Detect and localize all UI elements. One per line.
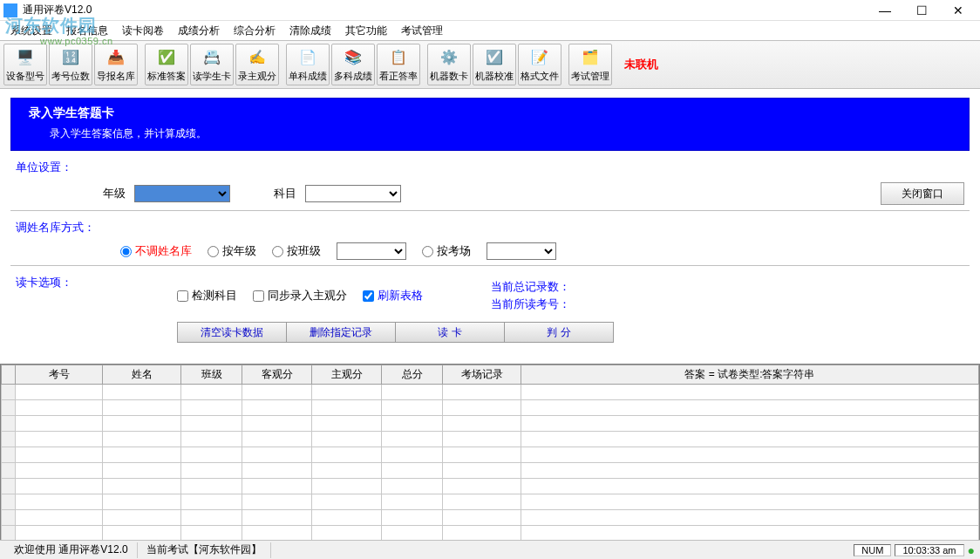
- menu-score-analysis[interactable]: 成绩分析: [171, 22, 227, 40]
- table-row[interactable]: [2, 416, 979, 432]
- menu-exam-manage[interactable]: 考试管理: [394, 22, 450, 40]
- table-row[interactable]: [2, 432, 979, 447]
- col-class[interactable]: 班级: [181, 365, 242, 385]
- col-name[interactable]: 姓名: [103, 365, 181, 385]
- radio-by-grade[interactable]: 按年级: [208, 243, 256, 259]
- table-row[interactable]: [2, 494, 979, 510]
- room-select[interactable]: [487, 242, 556, 260]
- col-subjective[interactable]: 主观分: [312, 365, 382, 385]
- menu-comprehensive[interactable]: 综合分析: [227, 22, 282, 40]
- check-sync-subjective[interactable]: 同步录入主观分: [253, 288, 347, 303]
- table-row[interactable]: [2, 526, 979, 542]
- table-row[interactable]: [2, 447, 979, 463]
- app-icon: [3, 3, 17, 17]
- unit-settings-label: 单位设置：: [16, 160, 72, 174]
- tool-read-student-card[interactable]: 📇读学生卡: [190, 44, 234, 85]
- delete-record-button[interactable]: 删除指定记录: [286, 322, 396, 343]
- menu-registration[interactable]: 报名信息: [59, 22, 115, 40]
- minimize-button[interactable]: —: [867, 1, 903, 20]
- table-row[interactable]: [2, 463, 979, 479]
- grid-corner: [2, 365, 16, 385]
- calibrate-icon: ☑️: [484, 47, 505, 68]
- menu-system-settings[interactable]: 系统设置: [3, 22, 59, 40]
- tool-multi-score[interactable]: 📚多科成绩: [331, 44, 375, 85]
- answer-icon: ✅: [156, 47, 177, 68]
- tool-import-namelib[interactable]: 📥导报名库: [94, 44, 138, 85]
- table-row[interactable]: [2, 479, 979, 494]
- radio-by-room[interactable]: 按考场: [422, 243, 471, 259]
- radio-no-lookup[interactable]: 不调姓名库: [120, 243, 192, 259]
- grade-select[interactable]: [134, 185, 230, 202]
- title-bar: 通用评卷V12.0 — ☐ ✕: [0, 0, 980, 21]
- status-welcome: 欢迎使用 通用评卷V12.0: [5, 542, 138, 558]
- tool-enter-subjective[interactable]: ✍️录主观分: [235, 44, 279, 85]
- unit-settings-section: 单位设置： 年级 科目 关闭窗口: [10, 151, 970, 211]
- grade-label: 年级: [103, 186, 126, 201]
- menu-bar: 系统设置 报名信息 读卡阅卷 成绩分析 综合分析 清除成绩 其它功能 考试管理: [0, 21, 980, 40]
- namelib-section: 调姓名库方式： 不调姓名库 按年级 按班级 按考场: [10, 211, 970, 266]
- exam-manage-icon: 🗂️: [580, 47, 601, 68]
- radio-by-class[interactable]: 按班级: [272, 243, 321, 259]
- digits-icon: 🔢: [60, 47, 81, 68]
- readcard-section: 读卡选项： 检测科目 同步录入主观分 刷新表格 当前总记录数： 当前所读考号： …: [10, 266, 970, 348]
- window-title: 通用评卷V12.0: [23, 3, 867, 17]
- subject-select[interactable]: [305, 185, 401, 202]
- check-detect-subject[interactable]: 检测科目: [177, 288, 237, 303]
- status-time: 10:03:33 am: [895, 544, 963, 556]
- menu-card-reading[interactable]: 读卡阅卷: [115, 22, 171, 40]
- close-window-button[interactable]: 关闭窗口: [881, 182, 964, 205]
- readcard-label: 读卡选项：: [16, 275, 72, 290]
- tool-device-model[interactable]: 🖥️设备型号: [3, 44, 47, 85]
- data-grid[interactable]: 考号 姓名 班级 客观分 主观分 总分 考场记录 答案 = 试卷类型:答案字符串: [0, 364, 980, 545]
- col-room-record[interactable]: 考场记录: [443, 365, 521, 385]
- machine-icon: ⚙️: [439, 47, 459, 68]
- grid-header-row: 考号 姓名 班级 客观分 主观分 总分 考场记录 答案 = 试卷类型:答案字符串: [2, 365, 979, 385]
- current-examno-label: 当前所读考号：: [491, 296, 570, 313]
- tool-machine-count[interactable]: ⚙️机器数卡: [427, 44, 471, 85]
- tool-format-file[interactable]: 📝格式文件: [518, 44, 561, 85]
- col-total[interactable]: 总分: [382, 365, 443, 385]
- tool-exam-manage[interactable]: 🗂️考试管理: [568, 44, 612, 85]
- device-icon: 🖥️: [15, 47, 36, 68]
- read-card-button[interactable]: 读 卡: [395, 322, 505, 343]
- status-current-exam: 当前考试【河东软件园】: [138, 542, 271, 558]
- total-records-label: 当前总记录数：: [491, 278, 570, 296]
- close-button[interactable]: ✕: [940, 1, 977, 20]
- rate-icon: 📋: [388, 47, 409, 68]
- col-answer[interactable]: 答案 = 试卷类型:答案字符串: [521, 365, 979, 385]
- menu-clear-scores[interactable]: 清除成绩: [282, 22, 338, 40]
- page-banner: 录入学生答题卡 录入学生答案信息，并计算成绩。: [10, 98, 970, 151]
- toolbar: 🖥️设备型号 🔢考号位数 📥导报名库 ✅标准答案 📇读学生卡 ✍️录主观分 📄单…: [0, 40, 980, 89]
- col-objective[interactable]: 客观分: [242, 365, 312, 385]
- clear-data-button[interactable]: 清空读卡数据: [177, 322, 287, 343]
- col-examno[interactable]: 考号: [16, 365, 103, 385]
- namelib-label: 调姓名库方式：: [16, 221, 95, 234]
- tool-single-score[interactable]: 📄单科成绩: [286, 44, 330, 85]
- tool-standard-answer[interactable]: ✅标准答案: [145, 44, 188, 85]
- connection-status: 未联机: [624, 57, 658, 72]
- table-row[interactable]: [2, 510, 979, 526]
- table-row[interactable]: [2, 400, 979, 416]
- import-icon: 📥: [105, 47, 126, 68]
- maximize-button[interactable]: ☐: [903, 1, 940, 20]
- subject-label: 科目: [274, 186, 296, 201]
- status-numlock: NUM: [854, 544, 891, 556]
- readcard-icon: 📇: [201, 47, 222, 68]
- status-indicator-icon: ●: [968, 543, 975, 557]
- status-bar: 欢迎使用 通用评卷V12.0 当前考试【河东软件园】 NUM 10:03:33 …: [0, 540, 980, 559]
- tool-exam-number-digits[interactable]: 🔢考号位数: [49, 44, 92, 85]
- format-icon: 📝: [529, 47, 550, 68]
- menu-other[interactable]: 其它功能: [338, 22, 394, 40]
- banner-title: 录入学生答题卡: [29, 106, 955, 121]
- single-score-icon: 📄: [297, 47, 318, 68]
- banner-description: 录入学生答案信息，并计算成绩。: [50, 126, 955, 141]
- check-refresh-grid[interactable]: 刷新表格: [363, 288, 423, 303]
- tool-machine-calibrate[interactable]: ☑️机器校准: [473, 44, 516, 85]
- judge-score-button[interactable]: 判 分: [504, 322, 614, 343]
- tool-correct-rate[interactable]: 📋看正答率: [377, 44, 420, 85]
- class-select[interactable]: [337, 242, 406, 260]
- table-row[interactable]: [2, 385, 979, 400]
- multi-score-icon: 📚: [343, 47, 364, 68]
- subjective-icon: ✍️: [247, 47, 268, 68]
